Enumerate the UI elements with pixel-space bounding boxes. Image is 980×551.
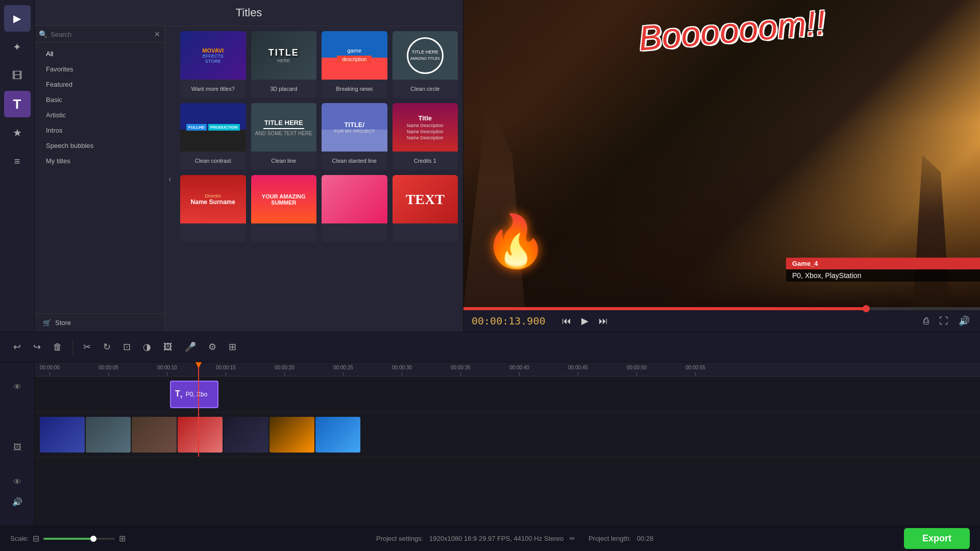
credits-thumb-name3: Name Description <box>407 135 444 140</box>
export-frame-button[interactable]: ⎙ <box>921 314 931 329</box>
game-overlay: Game_4 P0, Xbox, PlayStation <box>786 258 980 282</box>
preview-controls: 00:00:13.900 ⏮ ▶ ⏭ ⎙ ⛶ 🔊 <box>463 310 980 332</box>
video-track <box>35 412 980 457</box>
title-card-label: Clean contrast <box>180 152 246 170</box>
preview-video: Boooooom!! 🔥 Game_4 P0, Xbox, PlayStatio… <box>463 0 980 307</box>
search-input[interactable] <box>51 31 151 38</box>
prev-frame-button[interactable]: ⏮ <box>560 314 573 329</box>
bottom-bar: Scale: ⊟ ⊞ Project settings: 980x551 1… <box>0 525 980 551</box>
undo-button[interactable]: ↩ <box>8 337 26 357</box>
video-thumb-7[interactable] <box>315 417 360 453</box>
credits-thumb-title: Title <box>419 114 432 122</box>
category-item-favorites[interactable]: Favorites <box>38 62 161 77</box>
scale-thumb[interactable] <box>90 536 96 542</box>
slanted-thumb-text: TITLE/ FOR MY PROJECT <box>334 121 375 134</box>
title-card-credits-1[interactable]: Title Name Description Name Description … <box>393 103 458 170</box>
video-thumb-5[interactable] <box>224 417 268 453</box>
title-card-breaking-news[interactable]: game description Breaking news <box>322 31 387 98</box>
category-item-basic[interactable]: Basic <box>38 92 161 107</box>
sidebar-icon-media[interactable]: ▶ <box>4 5 31 32</box>
title-card-label: 3D placard <box>251 80 317 98</box>
next-frame-button[interactable]: ⏭ <box>597 314 610 329</box>
store-button[interactable]: 🛒 Store <box>35 313 164 332</box>
adjust-button[interactable]: ⊞ <box>224 337 241 357</box>
title-card-clean-contrast[interactable]: FULLHD PRODUCTION Clean contrast <box>180 103 246 170</box>
store-icon: 🛒 <box>43 319 51 327</box>
play-button[interactable]: ▶ <box>579 313 591 329</box>
sidebar-icon-transitions[interactable]: ≡ <box>4 148 31 174</box>
boom-text: Boooooom!! <box>524 0 940 68</box>
text-track: TT P0, Xbo <box>35 377 980 412</box>
scale-decrease-button[interactable]: ⊟ <box>33 534 39 543</box>
rotate-button[interactable]: ↻ <box>98 337 116 357</box>
category-item-all[interactable]: All <box>38 46 161 61</box>
title-card-summer[interactable]: YOUR AMAZING SUMMER <box>251 175 317 242</box>
fullscreen-button[interactable]: ⛶ <box>937 314 950 329</box>
settings-button[interactable]: ⚙ <box>203 337 222 357</box>
sidebar-icon-favorites[interactable]: ★ <box>4 119 31 146</box>
project-length-label: Project length: <box>589 535 631 542</box>
title-card-label <box>322 223 387 242</box>
timeline-eye-icon[interactable]: 👁 <box>13 383 21 392</box>
redo-button[interactable]: ↪ <box>28 337 46 357</box>
video-thumb-4[interactable] <box>178 417 223 453</box>
video-thumb-1[interactable] <box>40 417 85 453</box>
scale-label: Scale: <box>10 535 29 542</box>
play-icon: ▶ <box>13 12 21 24</box>
delete-button[interactable]: 🗑 <box>48 338 67 357</box>
preview-area: Boooooom!! 🔥 Game_4 P0, Xbox, PlayStatio… <box>463 0 980 332</box>
timeline-add-icon[interactable]: 🖼 <box>13 443 21 452</box>
preview-progress-bar[interactable] <box>463 307 980 310</box>
title-card-clean-circle[interactable]: TITLE HEREAMAZING TITLES Clean circle <box>393 31 458 98</box>
title-card-text-bold[interactable]: TEXT <box>393 175 458 242</box>
close-icon[interactable]: ✕ <box>154 30 160 38</box>
video-thumb-3[interactable] <box>132 417 177 453</box>
scale-increase-button[interactable]: ⊞ <box>119 534 126 543</box>
contrast-thumb-labels: FULLHD PRODUCTION <box>186 124 240 131</box>
title-card-pink[interactable] <box>322 175 387 242</box>
3d-thumb-text: TITLE <box>268 47 299 58</box>
title-card-clean-line[interactable]: TITLE HERE AND SOME TEXT HERE Clean line <box>251 103 317 170</box>
image-button[interactable]: 🖼 <box>158 338 178 357</box>
category-item-featured[interactable]: Featured <box>38 77 161 92</box>
project-info: Project settings: 980x551 16:9 29.97 F… <box>126 535 904 542</box>
video-thumb-6[interactable] <box>270 417 314 453</box>
video-thumb-2[interactable] <box>86 417 131 453</box>
ruler-tick-55: 00:00:55 <box>685 365 705 376</box>
store-label: Store <box>55 319 71 327</box>
sidebar-icon-filters[interactable]: 🎞 <box>4 62 31 89</box>
scale-track[interactable] <box>43 538 115 540</box>
game-name-bar: Game_4 <box>786 258 980 269</box>
sidebar-icons: ▶ ✦ 🎞 T ★ ≡ <box>0 0 35 332</box>
cut-button[interactable]: ✂ <box>78 337 96 357</box>
transitions-icon: ≡ <box>14 156 20 167</box>
category-item-artistic[interactable]: Artistic <box>38 108 161 122</box>
edit-settings-icon[interactable]: ✏ <box>570 535 575 542</box>
sidebar-icon-effects[interactable]: ✦ <box>4 34 31 60</box>
collapse-panel-button[interactable]: ‹ <box>165 26 175 332</box>
ruler-tick-15: 00:00:15 <box>216 365 236 376</box>
ruler-tick-30: 00:00:30 <box>392 365 412 376</box>
title-card-want-more[interactable]: MOVAVI EFFECTS STORE Want more titles? <box>180 31 246 98</box>
timeline-audio-icon[interactable]: 🔊 <box>12 497 22 507</box>
game-desc-bar: P0, Xbox, PlayStation <box>786 269 980 282</box>
crop-button[interactable]: ⊡ <box>118 337 136 357</box>
color-button[interactable]: ◑ <box>138 337 156 357</box>
title-card-clean-slanted[interactable]: TITLE/ FOR MY PROJECT Clean slanted line <box>322 103 387 170</box>
timeline-eye2-icon[interactable]: 👁 <box>13 478 21 487</box>
title-card-3d-placard[interactable]: TITLE HERE 3D placard <box>251 31 317 98</box>
text-clip[interactable]: TT P0, Xbo <box>170 381 218 408</box>
title-card-director[interactable]: Director Name Surname <box>180 175 246 242</box>
audio-button[interactable]: 🎤 <box>180 337 201 357</box>
category-item-intros[interactable]: Intros <box>38 123 161 138</box>
title-card-label: Clean slanted line <box>322 152 387 170</box>
title-card-label: Clean line <box>251 152 317 170</box>
ruler-tick-40: 00:00:40 <box>509 365 529 376</box>
sidebar-icon-titles[interactable]: T <box>4 91 31 117</box>
export-button[interactable]: Export <box>904 528 970 549</box>
volume-button[interactable]: 🔊 <box>957 313 972 329</box>
director-thumb-role: Director <box>205 193 221 198</box>
category-item-my-titles[interactable]: My titles <box>38 154 161 168</box>
store-thumb-text3: STORE <box>205 59 221 64</box>
category-item-speech[interactable]: Speech bubbles <box>38 138 161 153</box>
